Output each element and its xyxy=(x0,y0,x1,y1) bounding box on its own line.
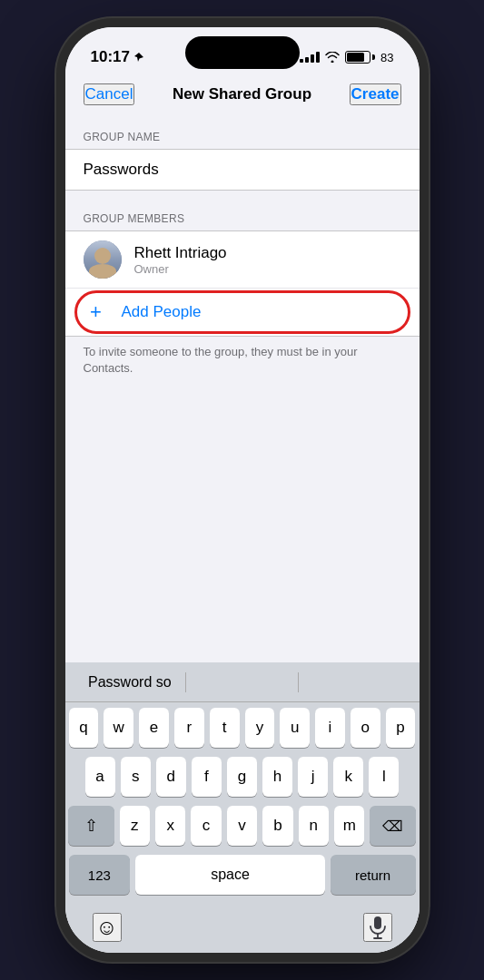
key-c[interactable]: c xyxy=(191,806,221,846)
key-m[interactable]: m xyxy=(334,806,364,846)
key-d[interactable]: d xyxy=(156,757,186,797)
key-j[interactable]: j xyxy=(298,757,328,797)
dynamic-island xyxy=(185,36,300,69)
emoji-button[interactable]: ☺ xyxy=(93,913,122,942)
backspace-key[interactable]: ⌫ xyxy=(370,806,415,846)
key-o[interactable]: o xyxy=(351,708,380,748)
key-f[interactable]: f xyxy=(192,757,222,797)
status-icons: 83 xyxy=(300,51,393,64)
keyboard-row-3: ⇧ z x c v b n m ⌫ xyxy=(69,806,416,846)
key-z[interactable]: z xyxy=(120,806,150,846)
members-section: GROUP MEMBERS Rhett Intriago Owner + xyxy=(65,198,420,387)
key-q[interactable]: q xyxy=(69,708,99,748)
key-h[interactable]: h xyxy=(262,757,292,797)
member-role: Owner xyxy=(134,262,401,276)
signal-icon xyxy=(300,52,320,63)
key-i[interactable]: i xyxy=(315,708,345,748)
key-r[interactable]: r xyxy=(174,708,204,748)
shift-key[interactable]: ⇧ xyxy=(68,806,114,846)
keyboard-row-1: q w e r t y u i o p xyxy=(69,708,416,748)
bottom-bar: ☺ xyxy=(65,907,420,953)
group-name-input[interactable] xyxy=(65,150,420,190)
key-t[interactable]: t xyxy=(210,708,240,748)
autocomplete-bar: Password so xyxy=(65,662,420,702)
numbers-key[interactable]: 123 xyxy=(69,855,131,895)
group-name-container xyxy=(65,149,420,191)
keyboard: q w e r t y u i o p a s d f g h j k xyxy=(65,702,420,907)
add-people-row[interactable]: + Add People xyxy=(65,289,420,336)
return-key[interactable]: return xyxy=(331,855,416,895)
key-s[interactable]: s xyxy=(121,757,151,797)
svg-rect-0 xyxy=(374,916,381,929)
microphone-button[interactable] xyxy=(363,913,392,942)
keyboard-row-2: a s d f g h j k l xyxy=(69,757,416,797)
microphone-icon xyxy=(369,916,387,939)
avatar xyxy=(84,240,122,279)
invite-hint: To invite someone to the group, they mus… xyxy=(65,337,420,387)
members-card: Rhett Intriago Owner + Add People xyxy=(65,230,420,337)
phone-frame: 10:17 xyxy=(65,27,420,953)
key-b[interactable]: b xyxy=(262,806,292,846)
key-u[interactable]: u xyxy=(280,708,310,748)
autocomplete-suggestion-1[interactable]: Password so xyxy=(74,671,186,694)
member-info: Rhett Intriago Owner xyxy=(134,244,401,276)
group-name-label: GROUP NAME xyxy=(65,116,420,149)
key-l[interactable]: l xyxy=(369,757,399,797)
key-e[interactable]: e xyxy=(139,708,169,748)
key-w[interactable]: w xyxy=(104,708,133,748)
member-row: Rhett Intriago Owner xyxy=(65,231,420,289)
content-area: GROUP NAME GROUP MEMBERS Rhett Intriago … xyxy=(65,116,420,387)
status-time: 10:17 xyxy=(91,48,144,66)
location-icon xyxy=(133,52,144,63)
time-display: 10:17 xyxy=(91,48,130,66)
plus-icon: + xyxy=(84,299,109,325)
create-button[interactable]: Create xyxy=(350,83,401,105)
nav-title: New Shared Group xyxy=(173,85,311,103)
wifi-icon xyxy=(325,52,340,63)
key-p[interactable]: p xyxy=(386,708,416,748)
autocomplete-suggestion-2[interactable] xyxy=(186,679,298,686)
key-n[interactable]: n xyxy=(299,806,329,846)
navigation-bar: Cancel New Shared Group Create xyxy=(65,76,420,116)
key-g[interactable]: g xyxy=(227,757,257,797)
key-a[interactable]: a xyxy=(85,757,115,797)
key-v[interactable]: v xyxy=(227,806,257,846)
add-people-label[interactable]: Add People xyxy=(122,303,202,321)
space-key[interactable]: space xyxy=(135,855,324,895)
cancel-button[interactable]: Cancel xyxy=(84,83,135,105)
keyboard-area: Password so q w e r t y u i o p xyxy=(65,662,420,953)
suggestion-text-1: Password so xyxy=(88,674,172,690)
battery-level: 83 xyxy=(380,51,393,64)
autocomplete-suggestion-3[interactable] xyxy=(299,679,410,686)
keyboard-row-4: 123 space return xyxy=(69,855,416,895)
key-y[interactable]: y xyxy=(245,708,275,748)
key-x[interactable]: x xyxy=(155,806,185,846)
battery-icon xyxy=(345,51,375,64)
key-k[interactable]: k xyxy=(333,757,363,797)
group-members-label: GROUP MEMBERS xyxy=(65,198,420,230)
member-name: Rhett Intriago xyxy=(134,244,401,262)
